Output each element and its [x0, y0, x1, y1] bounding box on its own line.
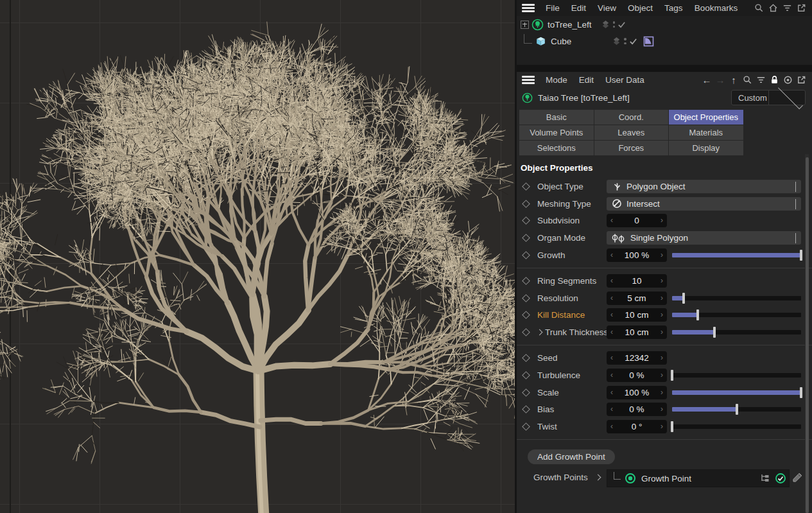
layer-icon[interactable]: [612, 36, 621, 46]
key-diamond-icon[interactable]: [522, 200, 530, 208]
ring-segments-value[interactable]: 10: [617, 276, 657, 286]
increment-icon[interactable]: [657, 420, 667, 433]
trunk-thickness-slider[interactable]: [672, 326, 801, 339]
increment-icon[interactable]: [657, 248, 667, 262]
menu-edit[interactable]: Edit: [566, 0, 592, 16]
resolution-value[interactable]: 5 cm: [617, 293, 657, 303]
menu-mode[interactable]: Mode: [540, 72, 573, 88]
up-arrow-icon[interactable]: ↑: [728, 74, 739, 86]
menu-bookmarks[interactable]: Bookmarks: [689, 0, 744, 16]
key-diamond-icon[interactable]: [522, 311, 530, 320]
expander-chevron-icon[interactable]: [537, 329, 543, 336]
bias-stepper[interactable]: 0 %: [607, 403, 667, 416]
bias-value[interactable]: 0 %: [617, 404, 657, 414]
expand-plus-icon[interactable]: [521, 21, 529, 29]
growth-stepper[interactable]: 100 %: [607, 248, 667, 262]
menu-edit[interactable]: Edit: [573, 72, 600, 88]
scrollbar-thumb[interactable]: [806, 157, 809, 513]
resolution-stepper[interactable]: 5 cm: [607, 291, 667, 305]
growth-point-list-item[interactable]: Growth Point: [607, 470, 789, 487]
twist-slider[interactable]: [672, 420, 801, 433]
turbulence-slider[interactable]: [672, 369, 801, 382]
key-diamond-icon[interactable]: [522, 328, 530, 336]
trunk-thickness-stepper[interactable]: 10 cm: [607, 326, 667, 339]
subdivision-value[interactable]: 0: [617, 216, 657, 225]
back-arrow-icon[interactable]: ←: [701, 74, 713, 86]
lock-icon[interactable]: [768, 74, 780, 86]
home-icon[interactable]: [767, 3, 779, 14]
object-type-dropdown[interactable]: Polygon Object: [607, 180, 801, 193]
increment-icon[interactable]: [657, 291, 667, 305]
organ-mode-dropdown[interactable]: Single Polygon: [607, 231, 801, 245]
meshing-type-dropdown[interactable]: Intersect: [607, 197, 801, 211]
trunk-thickness-value[interactable]: 10 cm: [617, 327, 657, 337]
resolution-slider[interactable]: [672, 291, 801, 305]
external-link-icon[interactable]: [795, 74, 807, 86]
menu-view[interactable]: View: [592, 0, 622, 16]
increment-icon[interactable]: [657, 274, 667, 288]
scrollbar[interactable]: [805, 154, 809, 513]
tab-leaves[interactable]: Leaves: [594, 125, 669, 140]
kill-distance-value[interactable]: 10 cm: [617, 310, 657, 320]
decrement-icon[interactable]: [607, 274, 617, 288]
subdivision-stepper[interactable]: 0: [607, 214, 667, 227]
tree-render[interactable]: [0, 0, 515, 513]
key-diamond-icon[interactable]: [522, 406, 530, 414]
key-diamond-icon[interactable]: [522, 294, 530, 302]
key-diamond-icon[interactable]: [522, 422, 530, 431]
filter-icon[interactable]: [781, 3, 793, 14]
hamburger-menu-icon[interactable]: [522, 4, 535, 12]
growth-slider[interactable]: [672, 248, 801, 262]
growth-points-list[interactable]: Growth Point: [607, 469, 790, 487]
increment-icon[interactable]: [657, 403, 667, 416]
tab-materials[interactable]: Materials: [669, 125, 743, 140]
kill-distance-slider[interactable]: [672, 308, 801, 322]
visibility-dots-icon[interactable]: [624, 38, 626, 44]
tab-forces[interactable]: Forces: [594, 141, 669, 155]
tab-basic[interactable]: Basic: [519, 110, 594, 125]
tab-coord[interactable]: Coord.: [594, 110, 669, 125]
enable-check-icon[interactable]: [618, 21, 626, 29]
key-diamond-icon[interactable]: [522, 277, 530, 285]
phong-tag-icon[interactable]: [643, 36, 654, 47]
scale-slider[interactable]: [672, 386, 801, 399]
key-diamond-icon[interactable]: [522, 217, 530, 225]
search-icon[interactable]: [741, 74, 753, 86]
chevron-down-icon[interactable]: [768, 91, 806, 105]
object-name[interactable]: Cube: [551, 37, 571, 46]
external-link-icon[interactable]: [795, 3, 807, 14]
add-growth-point-button[interactable]: Add Growth Point: [528, 449, 615, 464]
key-diamond-icon[interactable]: [522, 234, 530, 242]
expander-chevron-icon[interactable]: [594, 474, 601, 481]
decrement-icon[interactable]: [607, 291, 617, 305]
key-diamond-icon[interactable]: [522, 388, 530, 397]
filter-icon[interactable]: [755, 74, 766, 86]
increment-icon[interactable]: [657, 326, 667, 339]
visibility-dots-icon[interactable]: [613, 21, 616, 28]
ring-segments-stepper[interactable]: 10: [607, 274, 667, 288]
scale-stepper[interactable]: 100 %: [607, 386, 667, 399]
key-diamond-icon[interactable]: [522, 371, 530, 379]
growth-value[interactable]: 100 %: [617, 250, 657, 260]
tab-volume-points[interactable]: Volume Points: [519, 125, 594, 140]
twist-stepper[interactable]: 0 °: [607, 420, 667, 433]
tab-display[interactable]: Display: [669, 141, 743, 155]
menu-tags[interactable]: Tags: [659, 0, 689, 16]
search-icon[interactable]: [753, 3, 764, 14]
twist-value[interactable]: 0 °: [617, 422, 657, 431]
menu-user-data[interactable]: User Data: [600, 72, 650, 88]
enable-check-icon[interactable]: [629, 37, 637, 46]
preset-dropdown[interactable]: Custom: [731, 90, 806, 105]
object-row-cube[interactable]: Cube: [517, 33, 812, 49]
scale-value[interactable]: 100 %: [617, 388, 657, 397]
menu-object[interactable]: Object: [622, 0, 659, 16]
turbulence-value[interactable]: 0 %: [617, 370, 657, 380]
target-icon[interactable]: [782, 74, 793, 86]
decrement-icon[interactable]: [607, 369, 617, 382]
turbulence-stepper[interactable]: 0 %: [607, 369, 667, 382]
enabled-check-circle-icon[interactable]: [775, 473, 786, 484]
increment-icon[interactable]: [657, 386, 667, 399]
hamburger-menu-icon[interactable]: [522, 76, 535, 84]
decrement-icon[interactable]: [607, 403, 617, 416]
decrement-icon[interactable]: [607, 308, 617, 322]
